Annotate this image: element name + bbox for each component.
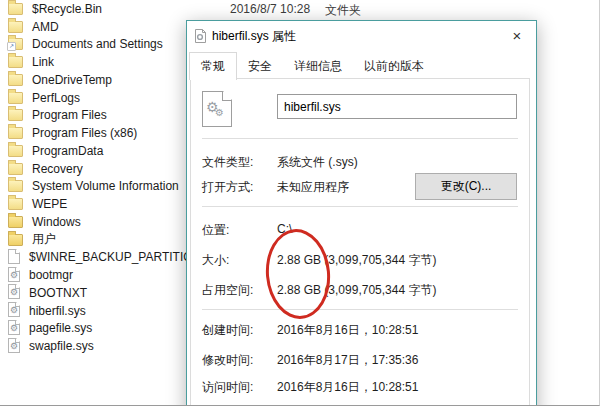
folder-icon [8,3,23,15]
file-name-label: PerfLogs [32,91,80,105]
dialog-titlebar[interactable]: hiberfil.sys 属性 × [187,21,536,51]
file-list-item[interactable]: $Recycle.Bin [0,0,599,18]
size-value: 2.88 GB (3,099,705,344 字节) [277,252,436,269]
file-name-label: BOOTNXT [29,286,87,300]
folder-full-icon [8,216,23,228]
file-name-label: Program Files [32,108,107,122]
folder-icon [8,180,23,192]
folder-full-icon [8,234,23,246]
tab-1[interactable]: 安全 [237,54,283,79]
modified-label: 修改时间: [202,352,277,369]
accessed-label: 访问时间: [202,379,277,396]
system-file-icon [195,29,206,43]
size-label: 大小: [202,252,277,269]
file-name-label: Recovery [32,162,83,176]
file-name-label: Program Files (x86) [32,126,137,140]
location-label: 位置: [202,222,277,239]
file-name-label: Documents and Settings [32,37,163,51]
file-name-label: Link [32,55,54,69]
file-name-label: swapfile.sys [29,339,94,353]
system-file-icon-large: ⚙ ⚙ [202,91,232,127]
screenshot-root: 2016/8/7 10:28 文件夹 $Recycle.BinAMDDocume… [0,0,600,406]
system-file-icon [8,302,20,317]
open-with-label: 打开方式: [202,179,277,196]
file-name-label: 用户 [32,231,56,248]
tab-strip: 常规安全详细信息以前的版本 [189,56,528,79]
file-name-label: System Volume Information [32,179,179,193]
folder-icon [8,56,23,68]
file-name-label: AMD [32,20,59,34]
file-type-label: 文件类型: [202,154,277,171]
file-icon [8,249,20,264]
separator [202,206,518,207]
location-value: C:\ [277,222,292,236]
file-name-label: OneDriveTemp [32,73,112,87]
accessed-value: 2016年8月16日，10:28:51 [277,379,418,396]
tab-2[interactable]: 详细信息 [283,54,353,79]
filename-input[interactable] [277,94,517,119]
folder-icon [8,92,23,104]
folder-shortcut-icon [8,38,23,50]
system-file-icon [8,284,20,299]
close-button[interactable]: × [498,21,536,49]
folder-icon [8,127,23,139]
file-type-value: 系统文件 (.sys) [277,154,358,171]
separator [202,309,518,310]
properties-dialog: hiberfil.sys 属性 × 常规安全详细信息以前的版本 ⚙ ⚙ 文件类型… [186,20,537,406]
general-tab-page: ⚙ ⚙ 文件类型: 系统文件 (.sys) 打开方式: 未知应用程序 更改(C)… [190,78,530,406]
tab-3[interactable]: 以前的版本 [353,54,435,79]
tab-0[interactable]: 常规 [189,52,237,80]
file-name-label: Windows [32,215,81,229]
folder-icon [8,21,23,33]
created-label: 创建时间: [202,322,277,339]
change-button[interactable]: 更改(C)... [415,173,517,200]
size-on-disk-label: 占用空间: [202,282,277,299]
folder-icon [8,198,23,210]
created-value: 2016年8月16日，10:28:51 [277,322,418,339]
file-name-label: bootmgr [29,268,73,282]
file-name-label: pagefile.sys [29,321,92,335]
open-with-value: 未知应用程序 [277,179,349,196]
system-file-icon [8,320,20,335]
file-name-label: ProgramData [32,144,103,158]
modified-value: 2016年8月17日，17:35:36 [277,352,418,369]
file-name-label: hiberfil.sys [29,304,86,318]
folder-icon [8,163,23,175]
dialog-title: hiberfil.sys 属性 [212,28,296,45]
system-file-icon [8,338,20,353]
file-name-label: $Recycle.Bin [32,2,102,16]
folder-icon [8,74,23,86]
file-name-label: WEPE [32,197,67,211]
size-on-disk-value: 2.88 GB (3,099,705,344 字节) [277,282,436,299]
folder-icon [8,145,23,157]
separator [202,138,518,139]
folder-icon [8,109,23,121]
system-file-icon [8,267,20,282]
